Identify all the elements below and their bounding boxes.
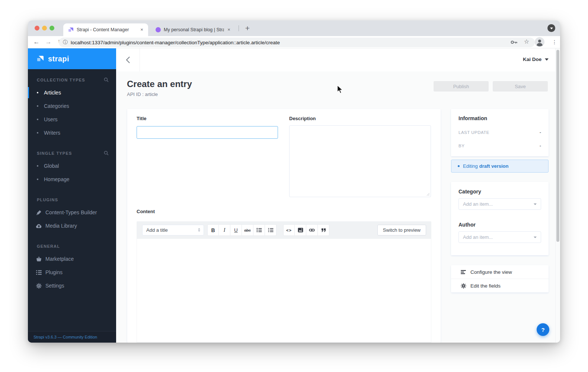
brush-icon (36, 210, 42, 215)
password-key-icon[interactable] (511, 40, 518, 44)
bullet-icon (37, 105, 38, 107)
quote-button[interactable] (318, 224, 329, 236)
cloud-upload-icon (36, 224, 42, 228)
edit-the-fields-link[interactable]: Edit the fields (451, 279, 549, 292)
close-tab-icon[interactable]: × (138, 26, 145, 33)
title-field-label: Title (137, 116, 147, 121)
relations-card: Category Add an item... Author Add an it… (451, 182, 549, 255)
draft-banner-prefix: Editing (463, 163, 478, 169)
sidebar-item-writers[interactable]: Writers (28, 126, 116, 140)
forward-icon[interactable]: → (44, 37, 53, 47)
category-select[interactable]: Add an item... (458, 198, 541, 210)
app-header: Kai Doe (116, 48, 560, 71)
gear-icon (461, 283, 466, 289)
close-tab-icon[interactable]: × (226, 26, 232, 33)
code-button[interactable]: <> (283, 224, 295, 236)
site-info-icon[interactable]: ⓘ (63, 39, 68, 46)
wysiwyg-editor-area[interactable] (137, 239, 431, 343)
wysiwyg-toolbar: Add a title B I U abc <> (137, 221, 431, 239)
section-plugins: PLUGINS (28, 197, 116, 202)
browser-window: Strapi - Content Manager × My personal S… (28, 20, 560, 343)
search-icon[interactable] (104, 77, 109, 82)
draft-banner-emphasis: draft version (479, 163, 509, 169)
url-input[interactable]: ⓘ localhost:1337/admin/plugins/content-m… (59, 38, 535, 47)
section-single-types: SINGLE TYPES (28, 151, 116, 156)
entry-form-card: Title Description Content Add a title B … (127, 109, 441, 343)
chevron-left-icon (126, 57, 130, 63)
new-tab-button[interactable]: + (242, 23, 253, 34)
sidebar-item-articles[interactable]: Articles (28, 86, 116, 99)
configure-the-view-link[interactable]: Configure the view (451, 265, 549, 279)
go-back-button[interactable] (116, 48, 140, 71)
profile-avatar[interactable] (535, 37, 544, 47)
chevron-down-icon (534, 237, 537, 238)
publish-button[interactable]: Publish (434, 81, 489, 92)
bold-button[interactable]: B (207, 224, 219, 236)
traffic-close-button[interactable] (35, 26, 39, 31)
bullet-list-button[interactable] (253, 224, 265, 236)
description-textarea[interactable] (289, 125, 431, 197)
back-icon[interactable]: ← (32, 37, 41, 47)
tab-search-button[interactable] (547, 24, 555, 32)
strikethrough-button[interactable]: abc (242, 224, 253, 236)
save-button[interactable]: Save (493, 81, 548, 92)
author-select[interactable]: Add an item... (458, 231, 541, 243)
desktop: Strapi - Content Manager × My personal S… (0, 0, 588, 372)
browser-toolbar: ← → ↻ ⓘ localhost:1337/admin/plugins/con… (28, 36, 560, 48)
sidebar-item-marketplace[interactable]: Marketplace (28, 252, 116, 266)
italic-button[interactable]: I (219, 224, 230, 236)
tab-personal-blog[interactable]: My personal Strapi blog | Strap × (151, 23, 236, 36)
information-title: Information (458, 115, 487, 121)
section-general: GENERAL (28, 244, 116, 249)
resize-handle[interactable] (426, 193, 430, 196)
tab-title: Strapi - Content Manager (77, 27, 137, 32)
by-value: - (540, 143, 541, 148)
basket-icon (36, 256, 42, 262)
strapi-version-footer: Strapi v3.6.3 — Community Edition (28, 331, 116, 343)
link-button[interactable] (306, 224, 318, 236)
help-button[interactable]: ? (537, 323, 549, 336)
traffic-zoom-button[interactable] (49, 26, 54, 31)
scrollbar-thumb[interactable] (556, 50, 559, 242)
browser-menu-icon[interactable]: ⋮ (550, 37, 559, 47)
underline-button[interactable]: U (230, 224, 242, 236)
sidebar-item-categories[interactable]: Categories (28, 99, 116, 113)
sidebar-item-users[interactable]: Users (28, 113, 116, 126)
bullet-icon (37, 132, 38, 134)
browser-tabstrip: Strapi - Content Manager × My personal S… (28, 20, 560, 36)
sidebar-item-plugins[interactable]: Plugins (28, 266, 116, 279)
user-name: Kai Doe (523, 57, 541, 62)
sidebar-item-homepage[interactable]: Homepage (28, 173, 116, 186)
user-menu[interactable]: Kai Doe (523, 57, 549, 62)
search-icon[interactable] (104, 151, 109, 155)
image-icon (298, 228, 303, 232)
strapi-logo[interactable]: strapi (28, 48, 116, 69)
by-label: BY (458, 144, 464, 148)
image-button[interactable] (295, 224, 306, 236)
dot-icon (458, 165, 460, 167)
author-label: Author (458, 222, 476, 228)
tab-separator (239, 25, 239, 31)
strapi-logo-text: strapi (48, 55, 69, 63)
view-settings-card: Configure the view Edit the fields (451, 265, 549, 292)
title-input[interactable] (137, 126, 278, 139)
sidebar-item-global[interactable]: Global (28, 159, 116, 173)
page-subtitle: API ID : article (127, 92, 158, 97)
heading-select[interactable]: Add a title (142, 225, 204, 235)
page-title: Create an entry (127, 79, 192, 89)
category-label: Category (458, 189, 481, 195)
bookmark-star-icon[interactable]: ☆ (522, 37, 531, 46)
list-icon (36, 270, 42, 275)
editing-draft-banner: Editing draft version (451, 160, 549, 173)
description-field-label: Description (289, 116, 316, 121)
page-scrollbar (555, 48, 560, 343)
sidebar-item-settings[interactable]: Settings (28, 279, 116, 292)
chevron-down-icon (545, 58, 549, 61)
sidebar-item-content-types-builder[interactable]: Content-Types Builder (28, 206, 116, 219)
traffic-minimize-button[interactable] (42, 26, 47, 31)
tab-strapi-content-manager[interactable]: Strapi - Content Manager × (63, 23, 148, 36)
switch-to-preview-button[interactable]: Switch to preview (377, 225, 426, 235)
numbered-list-button[interactable] (265, 224, 277, 236)
strapi-sidebar: strapi COLLECTION TYPES Articles Categor… (28, 48, 116, 343)
sidebar-item-media-library[interactable]: Media Library (28, 219, 116, 232)
